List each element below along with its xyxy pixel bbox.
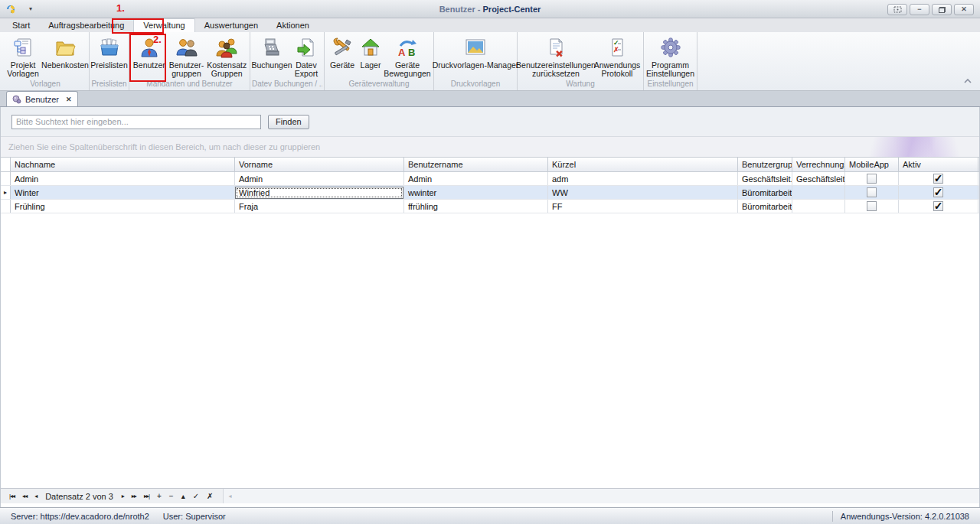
ribbon-group-druckvorlagen: Druckvorlagen-Manager Druckvorlagen	[434, 32, 518, 90]
cell-benutzergruppe[interactable]: Büromitarbeiter	[738, 200, 792, 213]
users-grid: Nachname Vorname Benutzername Kürzel Ben…	[1, 157, 979, 213]
ribbon-item-geraete[interactable]: Geräte	[327, 34, 358, 70]
tab-auswertungen[interactable]: Auswertungen	[195, 19, 267, 32]
cell-vorname-editing[interactable]: Winfried	[235, 186, 404, 199]
ribbon-item-buchungen[interactable]: Buchungen	[253, 34, 291, 70]
nav-prev-page-button[interactable]: ◂◂	[18, 493, 31, 500]
horizontal-scrollbar[interactable]: ◂	[223, 489, 979, 503]
tab-aktionen[interactable]: Aktionen	[267, 19, 318, 32]
ribbon-group-einstellungen: Programm Einstellungen Einstellungen	[644, 32, 697, 90]
nav-post-button[interactable]: ✓	[189, 492, 203, 500]
users-groups-icon	[214, 35, 239, 60]
ribbon-item-kostensatz-gruppen[interactable]: Kostensatz Gruppen	[205, 34, 248, 78]
checkbox-checked-icon[interactable]: ✓	[933, 201, 943, 211]
pricelist-box-icon	[97, 35, 122, 60]
cell-vorname[interactable]: Admin	[235, 172, 404, 185]
column-header-benutzergruppe[interactable]: Benutzergrup...	[738, 158, 792, 171]
row-selector-cell[interactable]	[1, 172, 11, 185]
ribbon-item-projekt-vorlagen[interactable]: Projekt Vorlagen	[3, 34, 43, 78]
find-button[interactable]: Finden	[268, 115, 309, 129]
tab-start[interactable]: Start	[3, 19, 39, 32]
cell-nachname[interactable]: Winter	[11, 186, 235, 199]
fullscreen-button[interactable]	[887, 4, 907, 15]
ribbon-item-preislisten[interactable]: Preislisten	[90, 34, 127, 70]
cell-benutzername[interactable]: wwinter	[404, 186, 548, 199]
quick-access-dropdown-icon[interactable]: ▾	[29, 5, 32, 12]
cell-vorname[interactable]: Fraja	[235, 200, 404, 213]
ribbon-group-datev-buchungen: Buchungen Datev Export Datev Buchungen /…	[250, 32, 325, 90]
tab-verwaltung[interactable]: Verwaltung	[133, 18, 194, 32]
tab-auftragsbearbeitung[interactable]: Auftragsbearbeitung	[39, 19, 133, 32]
cell-aktiv[interactable]: ✓	[899, 200, 978, 213]
cell-aktiv[interactable]: ✓	[899, 172, 978, 185]
cell-nachname[interactable]: Admin	[11, 172, 235, 185]
close-button[interactable]: ✕	[954, 4, 974, 15]
cell-benutzername[interactable]: ffrühling	[404, 200, 548, 213]
cell-verrechnung[interactable]	[792, 200, 845, 213]
cell-mobileapp[interactable]	[845, 172, 899, 185]
nav-last-button[interactable]: ▸▸|	[140, 493, 153, 500]
ribbon-item-benutzer[interactable]: Benutzer	[131, 34, 168, 70]
search-input[interactable]	[11, 115, 261, 129]
document-tab-benutzer[interactable]: Benutzer ✕	[6, 91, 78, 106]
app-logo-icon	[5, 3, 17, 15]
application-window: ▾ Benutzer - Project-Center − ✕ Start Au…	[0, 0, 980, 524]
ribbon-item-datev-export[interactable]: Datev Export	[291, 34, 322, 78]
cell-kuerzel[interactable]: FF	[548, 200, 738, 213]
ribbon-item-nebenkosten[interactable]: Nebenkosten	[43, 34, 87, 70]
column-header-aktiv[interactable]: Aktiv	[899, 158, 978, 171]
column-header-verrechnung[interactable]: Verrechnungs...	[792, 158, 845, 171]
row-selector-cell[interactable]	[1, 200, 11, 213]
inline-editor[interactable]: Winfried	[235, 187, 403, 199]
cell-mobileapp[interactable]	[845, 186, 899, 199]
minimize-button[interactable]: −	[910, 4, 929, 15]
scroll-left-icon[interactable]: ◂	[228, 493, 231, 500]
ribbon-item-geraete-bewegungen[interactable]: AB Geräte Bewegungen	[384, 34, 431, 78]
collapse-ribbon-icon[interactable]	[963, 73, 972, 87]
checkbox-unchecked-icon[interactable]	[867, 174, 877, 184]
group-by-panel[interactable]: Ziehen Sie eine Spaltenüberschrift in di…	[1, 136, 979, 157]
checkbox-checked-icon[interactable]: ✓	[933, 174, 943, 184]
checkbox-checked-icon[interactable]: ✓	[933, 187, 943, 197]
column-header-nachname[interactable]: Nachname	[11, 158, 235, 171]
ribbon-item-druckvorlagen-manager[interactable]: Druckvorlagen-Manager	[435, 34, 516, 70]
column-header-benutzername[interactable]: Benutzername	[404, 158, 548, 171]
cell-kuerzel[interactable]: adm	[548, 172, 738, 185]
nav-first-button[interactable]: |◂◂	[5, 493, 18, 500]
nav-prev-button[interactable]: ◂	[31, 493, 41, 500]
nav-delete-button[interactable]: −	[165, 492, 178, 500]
nav-next-button[interactable]: ▸	[118, 493, 128, 500]
nav-cancel-button[interactable]: ✗	[203, 492, 217, 500]
restore-button[interactable]	[932, 4, 952, 15]
cell-benutzergruppe[interactable]: Büromitarbeiter	[738, 186, 792, 199]
nav-append-button[interactable]: +	[153, 492, 165, 500]
cell-verrechnung[interactable]: Geschäftsleit...	[792, 172, 845, 185]
nav-next-page-button[interactable]: ▸▸	[128, 493, 140, 500]
cell-benutzergruppe[interactable]: Geschäftsleit...	[738, 172, 792, 185]
ribbon-item-benutzergruppen[interactable]: Benutzer-gruppen	[168, 34, 206, 78]
grid-header-row: Nachname Vorname Benutzername Kürzel Ben…	[1, 157, 979, 172]
current-row-indicator[interactable]: ▸	[1, 186, 11, 199]
cell-benutzername[interactable]: Admin	[404, 172, 548, 185]
tools-icon	[330, 35, 354, 60]
document-reset-icon	[544, 35, 568, 60]
ribbon-item-lager[interactable]: Lager	[358, 34, 384, 70]
nav-edit-button[interactable]: ▴	[178, 492, 189, 500]
column-header-vorname[interactable]: Vorname	[235, 158, 404, 171]
cell-mobileapp[interactable]	[845, 200, 899, 213]
checkbox-unchecked-icon[interactable]	[867, 187, 877, 197]
ribbon-item-benutzereinstellungen-zuruecksetzen[interactable]: Benutzereinstellungen zurücksetzen	[519, 34, 593, 78]
cell-aktiv[interactable]: ✓	[899, 186, 978, 199]
cell-kuerzel[interactable]: WW	[548, 186, 738, 199]
checkbox-unchecked-icon[interactable]	[867, 201, 877, 211]
column-header-kuerzel[interactable]: Kürzel	[548, 158, 738, 171]
column-header-mobileapp[interactable]: MobileApp	[845, 158, 899, 171]
cell-verrechnung[interactable]	[792, 186, 845, 199]
project-template-icon	[11, 35, 35, 60]
grid-row-fruehling: Frühling Fraja ffrühling FF Büromitarbei…	[1, 200, 979, 213]
ribbon-item-programm-einstellungen[interactable]: Programm Einstellungen	[645, 34, 695, 78]
cell-nachname[interactable]: Frühling	[11, 200, 235, 213]
ribbon-item-anwendungs-protokoll[interactable]: ✓✗ Anwendungs Protokoll	[593, 34, 642, 78]
tab-close-icon[interactable]: ✕	[66, 96, 72, 103]
ribbon: Projekt Vorlagen Nebenkosten Vorlagen Pr…	[0, 32, 980, 91]
